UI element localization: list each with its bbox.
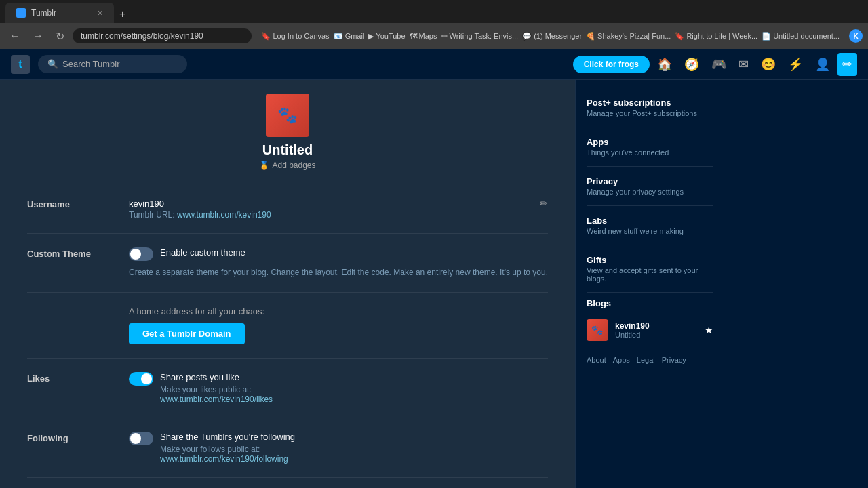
username-value-row: kevin190 ✏: [129, 198, 548, 209]
footer-legal-link[interactable]: Legal: [637, 356, 655, 364]
custom-theme-row: Custom Theme Enable custom theme Create …: [27, 234, 548, 293]
likes-toggle-label: Share posts you like: [160, 372, 273, 382]
search-bar[interactable]: 🔍 Search Tumblr: [38, 55, 187, 73]
custom-theme-desc: Create a separate theme for your blog. C…: [129, 266, 548, 279]
likes-content: Share posts you like Make your likes pub…: [129, 372, 548, 404]
nav-actions: Click for frogs 🏠 🧭 🎮 ✉ 😊 ⚡ 👤 ✏: [568, 53, 857, 76]
footer-privacy-link[interactable]: Privacy: [662, 356, 686, 364]
new-tab-button[interactable]: +: [114, 5, 131, 23]
bookmark-untitled[interactable]: 📄 Untitled document...: [762, 32, 840, 41]
sidebar-item-postplus[interactable]: Post+ subscriptions Manage your Post+ su…: [587, 94, 713, 121]
following-toggle-content: Share the Tumblrs you're following Make …: [160, 432, 295, 464]
username-edit-button[interactable]: ✏: [540, 198, 548, 209]
profile-avatar[interactable]: K: [849, 29, 863, 43]
sidebar-section-privacy: Privacy Manage your privacy settings: [587, 172, 713, 200]
blog-item-avatar: 🐾: [587, 319, 608, 341]
lightning-icon[interactable]: ⚡: [783, 53, 808, 76]
following-row: Following Share the Tumblrs you're follo…: [27, 418, 548, 478]
tab-title: Tumblr: [31, 8, 56, 18]
blog-item-name: kevin190: [615, 321, 698, 331]
blogs-section-header: Blogs: [587, 298, 713, 308]
address-bar[interactable]: tumblr.com/settings/blog/kevin190: [73, 28, 252, 43]
likes-slider: [129, 372, 153, 386]
username-label: Username: [27, 198, 129, 209]
back-button[interactable]: ←: [5, 27, 24, 45]
following-toggle[interactable]: [129, 432, 153, 445]
likes-toggle[interactable]: [129, 372, 153, 386]
bookmark-writing[interactable]: ✏ Writing Task: Envis...: [441, 32, 519, 41]
profile-header: 🐾 Untitled 🏅 Add badges: [0, 80, 575, 184]
bookmark-messenger[interactable]: 💬 (1) Messenger: [522, 32, 582, 41]
tumblr-url-link[interactable]: www.tumblr.com/kevin190: [177, 210, 271, 220]
sidebar-section-postplus: Post+ subscriptions Manage your Post+ su…: [587, 94, 713, 121]
compose-icon[interactable]: ✏: [837, 53, 857, 76]
bookmarks-bar: 🔖 Log In to Canvas 📧 Gmail ▶ YouTube 🗺 M…: [261, 32, 840, 41]
add-badges-button[interactable]: 🏅 Add badges: [259, 161, 315, 170]
footer-apps-link[interactable]: Apps: [613, 356, 630, 364]
user-icon[interactable]: 👤: [810, 53, 835, 76]
content-area: 🐾 Untitled 🏅 Add badges Username kev: [0, 80, 575, 488]
bookmark-shakeys[interactable]: 🍕 Shakey's Pizza| Fun...: [586, 32, 671, 41]
url-text: tumblr.com/settings/blog/kevin190: [81, 31, 203, 41]
likes-toggle-content: Share posts you like Make your likes pub…: [160, 372, 273, 404]
home-icon[interactable]: 🏠: [652, 53, 677, 76]
tab-favicon: [16, 8, 26, 18]
games-icon[interactable]: 🎮: [707, 53, 731, 76]
following-content: Share the Tumblrs you're following Make …: [129, 432, 548, 464]
domain-label: [27, 306, 129, 308]
sidebar-item-labs[interactable]: Labs Weird new stuff we're making: [587, 211, 713, 239]
tab-bar: Tumblr ✕ +: [0, 0, 868, 23]
custom-theme-label: Custom Theme: [27, 247, 129, 259]
following-toggle-label: Share the Tumblrs you're following: [160, 432, 295, 442]
likes-toggle-row: Share posts you like Make your likes pub…: [129, 372, 548, 404]
sidebar: Post+ subscriptions Manage your Post+ su…: [575, 80, 724, 488]
tumblr-logo[interactable]: t: [11, 55, 30, 74]
active-tab[interactable]: Tumblr ✕: [5, 3, 114, 23]
following-toggle-row: Share the Tumblrs you're following Make …: [129, 432, 548, 464]
close-tab-icon[interactable]: ✕: [97, 9, 103, 18]
following-url-link[interactable]: www.tumblr.com/kevin190/following: [160, 454, 288, 464]
get-domain-button[interactable]: Get a Tumblr Domain: [129, 323, 245, 344]
custom-theme-toggle-label: Enable custom theme: [160, 247, 245, 258]
compass-icon[interactable]: 🧭: [679, 53, 704, 76]
blog-avatar: 🐾: [266, 94, 309, 137]
blog-item-subtitle: Untitled: [615, 331, 698, 339]
mail-icon[interactable]: ✉: [734, 53, 753, 76]
search-placeholder: Search Tumblr: [62, 59, 120, 69]
main-layout: 🐾 Untitled 🏅 Add badges Username kev: [0, 80, 868, 488]
likes-row: Likes Share posts you like: [27, 359, 548, 418]
browser-chrome: Tumblr ✕ + ← → ↻ tumblr.com/settings/blo…: [0, 0, 868, 49]
custom-theme-toggle-row: Enable custom theme: [129, 247, 548, 261]
sidebar-item-apps[interactable]: Apps Things you've connected: [587, 133, 713, 161]
sidebar-item-gifts[interactable]: Gifts View and accept gifts sent to your…: [587, 251, 713, 287]
bookmark-youtube[interactable]: ▶ YouTube: [368, 32, 405, 41]
content-wrapper: 🐾 Untitled 🏅 Add badges Username kev: [0, 80, 575, 488]
sidebar-section-apps: Apps Things you've connected: [587, 133, 713, 161]
bookmark-righttolife[interactable]: 🔖 Right to Life | Week...: [675, 32, 757, 41]
following-sub: Make your follows public at: www.tumblr.…: [160, 445, 295, 464]
blog-star-icon: ★: [705, 325, 713, 336]
frogs-button[interactable]: Click for frogs: [573, 56, 650, 73]
footer-about-link[interactable]: About: [587, 356, 606, 364]
blog-item-kevin190[interactable]: 🐾 kevin190 Untitled ★: [587, 315, 713, 345]
username-content: kevin190 ✏ Tumblr URL: www.tumblr.com/ke…: [129, 198, 548, 220]
tumblr-url-row: Tumblr URL: www.tumblr.com/kevin190: [129, 210, 548, 220]
sidebar-divider-1: [587, 127, 713, 127]
likes-url-link[interactable]: www.tumblr.com/kevin190/likes: [160, 394, 273, 404]
forward-button[interactable]: →: [28, 27, 47, 45]
bookmark-maps[interactable]: 🗺 Maps: [410, 32, 437, 40]
bookmark-gmail[interactable]: 📧 Gmail: [334, 32, 365, 41]
featured-tags-row: Featured Tags You do not have any featur…: [27, 478, 548, 488]
blog-item-info: kevin190 Untitled: [615, 321, 698, 339]
bookmark-canvas[interactable]: 🔖 Log In to Canvas: [261, 32, 329, 41]
custom-theme-content: Enable custom theme Create a separate th…: [129, 247, 548, 279]
top-nav: t 🔍 Search Tumblr Click for frogs 🏠 🧭 🎮 …: [0, 49, 868, 80]
sidebar-item-privacy[interactable]: Privacy Manage your privacy settings: [587, 172, 713, 200]
likes-label: Likes: [27, 372, 129, 384]
refresh-button[interactable]: ↻: [52, 27, 68, 45]
domain-row: A home address for all your chaos: Get a…: [27, 293, 548, 359]
emoji-icon[interactable]: 😊: [756, 53, 781, 76]
search-icon: 🔍: [47, 59, 58, 69]
custom-theme-toggle[interactable]: [129, 247, 153, 261]
username-row: Username kevin190 ✏ Tumblr URL: www.tumb…: [27, 184, 548, 234]
